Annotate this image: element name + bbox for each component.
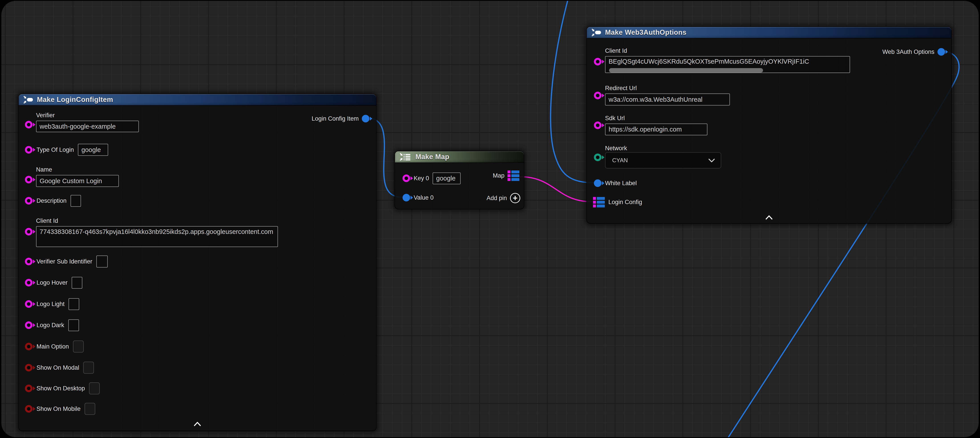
pin-label-login-config-item: Login Config Item [312, 115, 359, 123]
make-struct-icon [591, 28, 601, 37]
redirect-url-input[interactable]: w3a://com.w3a.Web3AuthUnreal [605, 94, 730, 105]
node-make-web3authoptions[interactable]: Make Web3AuthOptions Web 3Auth Options C… [586, 27, 952, 224]
logo-hover-input[interactable] [72, 277, 82, 289]
pin-label-client-id: Client Id [36, 217, 278, 225]
client-id-input[interactable]: BEglQSgt4cUWcj6SKRdu5QkOXTsePmMcusG5EAoy… [605, 56, 850, 73]
client-id-text: BEglQSgt4cUWcj6SKRdu5QkOXTsePmMcusG5EAoy… [609, 57, 846, 66]
pin-label-verifier: Verifier [36, 111, 139, 119]
horizontal-scrollbar[interactable] [609, 68, 763, 73]
input-pin-logo-hover[interactable] [25, 279, 32, 287]
pin-label-name: Name [36, 166, 119, 174]
input-pin-name[interactable] [25, 176, 32, 183]
input-pin-verifier-sub-identifier[interactable] [25, 258, 32, 265]
type-of-login-input[interactable]: google [78, 144, 108, 156]
logo-light-input[interactable] [68, 298, 79, 310]
pin-label-login-config: Login Config [608, 198, 642, 206]
show-on-desktop-checkbox[interactable] [89, 382, 100, 394]
pin-label-main-option: Main Option [37, 342, 69, 350]
input-pin-redirect-url[interactable] [594, 92, 601, 99]
input-pin-show-on-modal[interactable] [25, 364, 32, 371]
show-on-mobile-checkbox[interactable] [84, 403, 95, 415]
node-header[interactable]: Make LoginConfigItem [19, 94, 376, 106]
pin-label-key0: Key 0 [414, 174, 429, 182]
sdk-url-input[interactable]: https://sdk.openlogin.com [605, 124, 707, 135]
input-pin-client-id[interactable] [25, 228, 32, 236]
make-map-icon [399, 153, 412, 161]
add-pin-button[interactable]: Add pin + [487, 194, 520, 202]
pin-label-sdk-url: Sdk Url [605, 114, 707, 122]
input-pin-show-on-desktop[interactable] [25, 385, 32, 392]
output-pin-web3auth-options[interactable] [937, 48, 945, 56]
key0-input[interactable]: google [433, 172, 461, 184]
client-id-input[interactable]: 774338308167-q463s7kpvja16l4l0kko3nb925i… [36, 226, 278, 247]
pin-label-redirect-url: Redirect Url [605, 84, 730, 92]
input-pin-type-of-login[interactable] [25, 146, 32, 154]
pin-label-show-on-modal: Show On Modal [37, 364, 79, 372]
pin-label-description: Description [37, 197, 67, 205]
main-option-checkbox[interactable] [73, 341, 84, 352]
pin-label-web3auth-options: Web 3Auth Options [882, 48, 934, 56]
graph-canvas[interactable]: Make LoginConfigItem Login Config Item V… [2, 1, 978, 437]
network-selected-value: CYAN [612, 157, 628, 164]
node-title: Make LoginConfigItem [37, 96, 113, 104]
node-header[interactable]: Make Map [395, 151, 524, 163]
blueprint-editor: Make LoginConfigItem Login Config Item V… [0, 0, 980, 438]
chevron-up-icon [765, 215, 773, 220]
output-pin-login-config-item[interactable] [362, 115, 369, 123]
pin-label-white-label: White Label [605, 179, 637, 187]
input-pin-verifier[interactable] [25, 121, 32, 128]
pin-label-logo-dark: Logo Dark [37, 321, 64, 329]
chevron-up-icon [194, 422, 201, 426]
pin-label-logo-light: Logo Light [37, 300, 65, 308]
node-title: Make Map [415, 153, 449, 161]
node-make-map[interactable]: Make Map Key 0 google Map Value 0 [395, 151, 524, 209]
pin-label-map-output: Map [493, 172, 504, 180]
input-pin-value0[interactable] [402, 194, 410, 201]
input-pin-show-on-mobile[interactable] [25, 405, 32, 413]
add-pin-label: Add pin [487, 194, 507, 202]
input-pin-white-label[interactable] [594, 179, 601, 187]
output-pin-map[interactable] [508, 170, 519, 181]
wire-map-to-loginconfig[interactable] [520, 177, 592, 202]
input-pin-description[interactable] [25, 197, 32, 204]
collapse-node-button[interactable] [194, 422, 201, 427]
plus-circle-icon: + [510, 193, 520, 203]
show-on-modal-checkbox[interactable] [83, 362, 94, 374]
name-input[interactable]: Google Custom Login [36, 175, 119, 187]
network-dropdown[interactable]: CYAN [605, 152, 721, 169]
pin-label-network: Network [605, 144, 721, 152]
pin-label-type-of-login: Type Of Login [37, 146, 74, 154]
input-pin-key0[interactable] [402, 175, 410, 182]
verifier-sub-identifier-input[interactable] [96, 255, 108, 268]
pin-label-client-id: Client Id [605, 47, 850, 55]
input-pin-sdk-url[interactable] [594, 121, 601, 129]
pin-label-show-on-mobile: Show On Mobile [37, 405, 81, 413]
verifier-input[interactable]: web3auth-google-example [36, 121, 139, 132]
node-header[interactable]: Make Web3AuthOptions [587, 27, 951, 38]
pin-label-show-on-desktop: Show On Desktop [37, 384, 85, 392]
input-pin-login-config[interactable] [593, 197, 605, 207]
input-pin-logo-light[interactable] [25, 300, 32, 308]
pin-label-value0: Value 0 [414, 194, 434, 202]
node-make-loginconfigitem[interactable]: Make LoginConfigItem Login Config Item V… [18, 94, 377, 431]
description-input[interactable] [70, 195, 81, 207]
input-pin-main-option[interactable] [25, 343, 32, 350]
input-pin-logo-dark[interactable] [25, 322, 32, 329]
logo-dark-input[interactable] [68, 319, 79, 331]
make-struct-icon [23, 96, 33, 104]
pin-label-logo-hover: Logo Hover [37, 279, 68, 287]
collapse-node-button[interactable] [765, 215, 773, 221]
input-pin-client-id[interactable] [594, 58, 601, 65]
chevron-down-icon [708, 158, 715, 162]
input-pin-network[interactable] [594, 154, 601, 161]
node-title: Make Web3AuthOptions [605, 29, 686, 37]
pin-label-verifier-sub-identifier: Verifier Sub Identifier [37, 258, 92, 266]
